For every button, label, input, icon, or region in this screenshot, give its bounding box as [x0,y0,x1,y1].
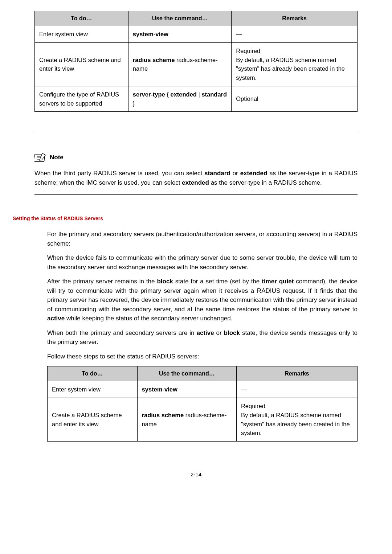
body-content: For the primary and secondary servers (a… [47,230,358,442]
th-remarks: Remarks [236,366,357,381]
page-number: 2-14 [34,471,358,479]
cell: system-view [128,26,231,43]
cell: Create a RADIUS scheme and enter its vie… [35,42,128,86]
paragraph: For the primary and secondary servers (a… [47,230,358,248]
cell: Create a RADIUS scheme and enter its vie… [48,398,138,442]
table-row: Create a RADIUS scheme and enter its vie… [35,42,358,86]
cell: Configure the type of RADIUS servers to … [35,86,128,112]
cell: — [236,381,357,398]
cell: Required By default, a RADIUS scheme nam… [236,398,357,442]
th-command: Use the command… [128,11,231,26]
paragraph: After the primary server remains in the … [47,277,358,323]
th-todo: To do… [48,366,138,381]
cell: radius scheme radius-scheme-name [137,398,236,442]
note-icon [34,152,47,162]
table-row: Configure the type of RADIUS servers to … [35,86,358,112]
th-todo: To do… [35,11,128,26]
note-block: Note When the third party RADIUS server … [34,132,358,187]
paragraph: When both the primary and secondary serv… [47,328,358,347]
cell: Optional [232,86,358,112]
table-row: Enter system view system-view — [48,381,358,398]
note-paragraph: When the third party RADIUS server is us… [34,169,358,187]
table-radius-status: To do… Use the command… Remarks Enter sy… [47,366,358,442]
note-label: Note [50,153,64,162]
th-command: Use the command… [137,366,236,381]
section-heading: Setting the Status of RADIUS Servers [13,215,358,222]
note-header: Note [34,152,358,162]
cell: — [232,26,358,43]
note-divider [34,194,358,195]
table-row: Create a RADIUS scheme and enter its vie… [48,398,358,442]
cell: Required By default, a RADIUS scheme nam… [232,42,358,86]
cell: radius scheme radius-scheme-name [128,42,231,86]
th-remarks: Remarks [232,11,358,26]
cell: system-view [137,381,236,398]
paragraph: Follow these steps to set the status of … [47,352,358,361]
paragraph: When the device fails to communicate wit… [47,253,358,272]
table-row: Enter system view system-view — [35,26,358,43]
table-radius-config: To do… Use the command… Remarks Enter sy… [34,11,358,112]
cell: Enter system view [35,26,128,43]
cell: Enter system view [48,381,138,398]
cell: server-type { extended | standard } [128,86,231,112]
